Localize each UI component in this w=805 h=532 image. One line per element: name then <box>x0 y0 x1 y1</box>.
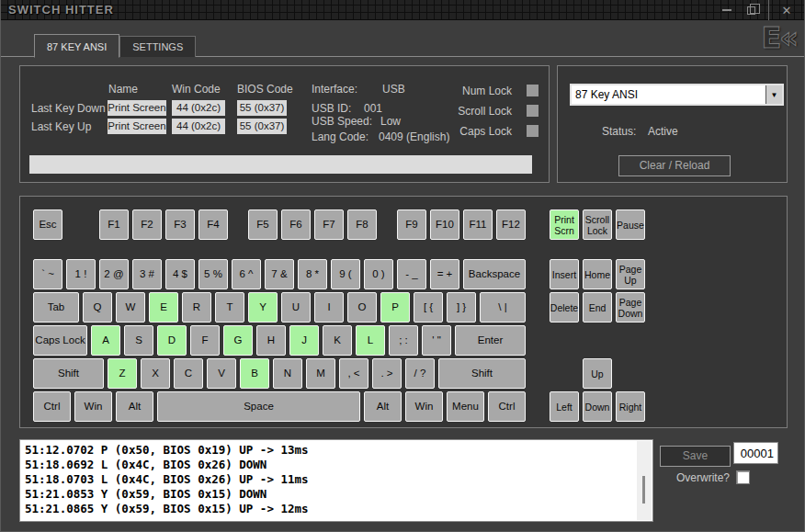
key-c: C <box>174 358 203 389</box>
key-t: T <box>215 292 244 323</box>
layout-select-dropdown-button[interactable]: ▼ <box>765 85 782 104</box>
key-enter: Enter <box>455 325 526 356</box>
key-f10: F10 <box>430 209 459 240</box>
key-f6: F6 <box>281 209 311 240</box>
key-print-screen: Print Scrn <box>550 209 579 240</box>
col-header-bios-code: BIOS Code <box>237 83 293 96</box>
key-p: P <box>380 292 410 323</box>
status-label: Status: <box>602 125 636 138</box>
key-comma: , < <box>339 358 368 389</box>
tab-87-key-ansi[interactable]: 87 KEY ANSI <box>34 34 119 58</box>
key-grave: ` ~ <box>33 259 62 289</box>
key-b: B <box>240 358 269 389</box>
close-icon: ✕ <box>782 5 792 17</box>
key-f3: F3 <box>165 209 195 240</box>
keyboard-row: Up <box>548 358 651 391</box>
key-alt-left: Alt <box>116 391 153 422</box>
key-slash: / ? <box>405 358 435 389</box>
keyboard-main-block: EscF1F2F3F4F5F6F7F8F9F10F11F12` ~1 !2 @3… <box>31 209 532 424</box>
ek-logo: E« <box>761 20 797 55</box>
key-history-field <box>29 155 532 174</box>
key-right: Right <box>616 391 645 422</box>
key-h: H <box>256 325 286 356</box>
close-button-group: ✕ <box>768 0 804 20</box>
key-f: F <box>190 325 220 356</box>
keyboard-nav-cluster: Print ScrnScroll LockPauseInsertHomePage… <box>548 209 651 424</box>
num-lock-indicator <box>527 85 539 96</box>
interface-value: USB <box>382 83 405 96</box>
key-v: V <box>207 358 236 389</box>
keyboard-row: Caps LockASDFGHJKL; :' "Enter <box>31 325 532 358</box>
key-a: A <box>91 325 120 356</box>
num-lock-label: Num Lock <box>462 85 512 97</box>
key-backspace: Backspace <box>463 259 526 289</box>
key-m: M <box>306 358 335 389</box>
keyboard-gap <box>64 209 97 210</box>
key-page-up: Page Up <box>616 259 645 289</box>
keyboard-gap <box>614 358 647 359</box>
key-7: 7 & <box>265 259 294 289</box>
last-key-up-bios-code: 55 (0x37) <box>237 119 287 134</box>
key-f5: F5 <box>248 209 278 240</box>
key-k: K <box>323 325 352 356</box>
keyboard-row: TabQWERTYUIOP[ {] }\ | <box>31 292 532 325</box>
scroll-lock-label: Scroll Lock <box>458 105 512 118</box>
key-f12: F12 <box>496 209 526 240</box>
interface-label: Interface: <box>312 83 357 96</box>
save-counter-field[interactable]: 00001 <box>733 442 778 464</box>
event-log[interactable]: 51:12.0702 P (0x50, BIOS 0x19) UP -> 13m… <box>19 439 653 522</box>
key-tab: Tab <box>33 292 79 323</box>
layout-select-value: 87 Key ANSI <box>572 85 765 104</box>
key-menu: Menu <box>447 391 484 422</box>
key-down: Down <box>583 391 612 422</box>
col-header-win-code: Win Code <box>172 83 221 96</box>
tab-settings[interactable]: SETTINGS <box>119 36 196 57</box>
title-bar[interactable]: SWITCH HITTER ✕ <box>1 0 804 20</box>
key-y: Y <box>248 292 278 323</box>
scroll-lock-indicator <box>527 105 539 117</box>
keyboard-row: DeleteEndPage Down <box>548 292 651 325</box>
keyboard-row: ShiftZXCVBNM, <. >/ ?Shift <box>31 358 532 391</box>
key-5: 5 % <box>198 259 228 289</box>
chevron-down-icon: ▼ <box>771 91 778 99</box>
key-2: 2 @ <box>99 259 129 289</box>
overwrite-label: Overwrite? <box>676 471 730 484</box>
minimize-button[interactable] <box>715 0 739 20</box>
key-f8: F8 <box>347 209 377 240</box>
keyboard-row: InsertHomePage Up <box>548 259 651 292</box>
keyboard-row: LeftDownRight <box>548 391 651 424</box>
save-button[interactable]: Save <box>660 446 731 467</box>
key-backslash: \ | <box>480 292 526 323</box>
keyboard-gap <box>379 209 395 210</box>
key-quote: ' " <box>422 325 451 356</box>
key-ctrl-left: Ctrl <box>33 391 71 422</box>
window-controls: ✕ <box>715 0 804 20</box>
key-i: I <box>314 292 344 323</box>
maximize-icon <box>747 6 755 15</box>
overwrite-checkbox[interactable] <box>736 470 750 484</box>
key-scroll-lock: Scroll Lock <box>583 209 612 240</box>
log-line: 51:18.0703 L (0x4C, BIOS 0x26) UP -> 11m… <box>25 472 652 487</box>
key-f4: F4 <box>198 209 228 240</box>
lang-code-value: 0409 (English) <box>379 130 449 143</box>
usb-id-label: USB ID: <box>312 102 351 115</box>
key-home: Home <box>583 259 612 289</box>
key-u: U <box>281 292 311 323</box>
key-minus: - _ <box>397 259 426 289</box>
key-period: . > <box>372 358 402 389</box>
maximize-button[interactable] <box>739 0 763 20</box>
last-key-up-win-code: 44 (0x2c) <box>172 119 225 134</box>
layout-select[interactable]: 87 Key ANSI ▼ <box>570 84 784 106</box>
keyboard-row: ` ~1 !2 @3 #4 $5 %6 ^7 &8 *9 (0 )- _= +B… <box>31 259 532 292</box>
close-button[interactable]: ✕ <box>775 0 799 20</box>
clear-reload-button[interactable]: Clear / Reload <box>618 155 731 176</box>
log-scrollbar-thumb[interactable] <box>642 476 645 504</box>
status-value: Active <box>648 125 678 138</box>
caps-lock-label: Caps Lock <box>459 125 512 138</box>
log-line: 51:21.0865 Y (0x59, BIOS 0x15) UP -> 12m… <box>25 502 652 516</box>
app-window: SWITCH HITTER ✕ 87 KEY ANSI SETTINGS E« <box>0 0 805 532</box>
log-line: 51:12.0702 P (0x50, BIOS 0x19) UP -> 13m… <box>25 443 652 458</box>
keyboard-row: EscF1F2F3F4F5F6F7F8F9F10F11F12 <box>31 209 532 243</box>
key-win-right: Win <box>405 391 443 422</box>
log-scrollbar[interactable] <box>637 441 652 520</box>
